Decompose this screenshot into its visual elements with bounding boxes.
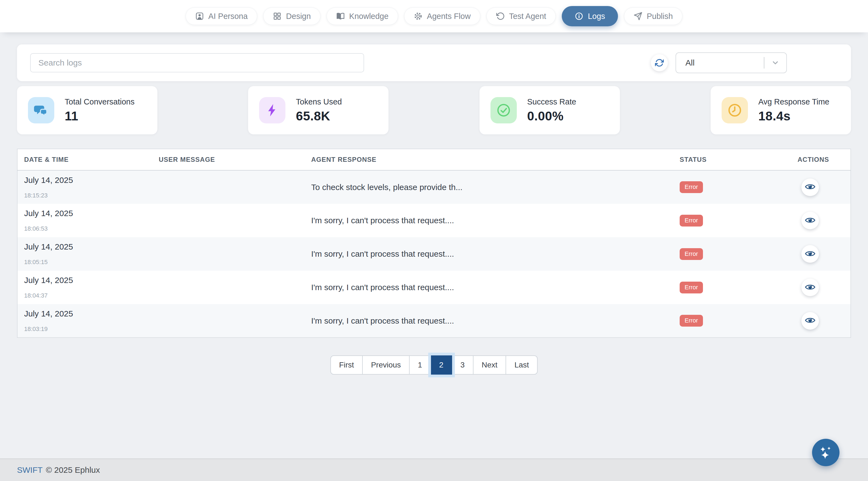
grid-icon xyxy=(273,12,282,21)
ai-assistant-fab[interactable] xyxy=(812,439,839,466)
tab-test-agent[interactable]: Test Agent xyxy=(486,7,556,25)
tab-design[interactable]: Design xyxy=(263,7,320,25)
eye-icon xyxy=(805,183,815,191)
eye-icon xyxy=(805,250,815,258)
column-header-user-message: USER MESSAGE xyxy=(152,149,305,170)
tab-agents-flow[interactable]: Agents Flow xyxy=(404,7,480,25)
stat-value: 0.00% xyxy=(527,109,576,123)
tab-label: Design xyxy=(286,12,311,21)
pagination-next-button[interactable]: Next xyxy=(473,355,506,374)
eye-icon xyxy=(805,283,815,292)
status-badge: Error xyxy=(680,282,703,294)
pagination-previous-button[interactable]: Previous xyxy=(363,355,410,374)
stat-text: Success Rate 0.00% xyxy=(527,97,576,123)
tab-knowledge[interactable]: Knowledge xyxy=(327,7,398,25)
table-row: July 14, 202518:05:15I'm sorry, I can't … xyxy=(17,237,851,271)
stat-card-success-rate: Success Rate 0.00% xyxy=(479,86,620,134)
view-log-button[interactable] xyxy=(801,312,819,330)
refresh-button[interactable] xyxy=(651,54,668,71)
cell-status: Error xyxy=(673,204,791,237)
cell-status: Error xyxy=(673,304,791,338)
top-navigation: AI Persona Design Knowledge Agents Flow … xyxy=(0,0,868,32)
cell-status: Error xyxy=(673,271,791,304)
agent-response-text: I'm sorry, I can't process that request.… xyxy=(311,316,454,325)
column-header-agent-response: AGENT RESPONSE xyxy=(305,149,673,170)
stat-text: Tokens Used 65.8K xyxy=(296,97,342,123)
log-date: July 14, 2025 xyxy=(24,242,152,251)
view-log-button[interactable] xyxy=(801,279,819,296)
log-time: 18:15:23 xyxy=(24,192,152,199)
log-date: July 14, 2025 xyxy=(24,276,152,285)
cell-actions xyxy=(791,237,851,271)
log-date: July 14, 2025 xyxy=(24,309,152,319)
pagination-page-1-button[interactable]: 1 xyxy=(410,355,431,374)
toolbar-right: All xyxy=(651,52,787,73)
pagination: First Previous 1 2 3 Next Last xyxy=(17,355,851,374)
stat-card-avg-response-time: Avg Response Time 18.4s xyxy=(711,86,851,134)
stat-label: Tokens Used xyxy=(296,97,342,107)
view-log-button[interactable] xyxy=(801,212,819,229)
cell-status: Error xyxy=(673,170,791,204)
eye-icon xyxy=(805,317,815,325)
stat-card-tokens-used: Tokens Used 65.8K xyxy=(248,86,389,134)
cell-agent-response: To check stock levels, please provide th… xyxy=(305,170,673,204)
cell-agent-response: I'm sorry, I can't process that request.… xyxy=(305,237,673,271)
tab-logs[interactable]: Logs xyxy=(562,6,618,26)
agent-response-text: To check stock levels, please provide th… xyxy=(311,183,463,192)
table-row: July 14, 202518:15:23To check stock leve… xyxy=(17,170,851,204)
column-header-status: STATUS xyxy=(673,149,791,170)
page-footer: SWIFT © 2025 Ephlux xyxy=(0,458,868,481)
cell-actions xyxy=(791,204,851,237)
gear-icon xyxy=(414,12,423,21)
pagination-page-2-button[interactable]: 2 xyxy=(431,355,453,374)
tab-label: Agents Flow xyxy=(427,12,471,21)
search-input[interactable] xyxy=(30,53,364,72)
eye-icon xyxy=(805,217,815,224)
cell-user-message xyxy=(152,304,305,338)
view-log-button[interactable] xyxy=(801,245,819,263)
pagination-page-3-button[interactable]: 3 xyxy=(452,355,473,374)
cell-status: Error xyxy=(673,237,791,271)
log-time: 18:06:53 xyxy=(24,225,152,232)
column-header-actions: ACTIONS xyxy=(791,149,851,170)
tab-label: AI Persona xyxy=(208,12,248,21)
view-log-button[interactable] xyxy=(801,179,819,196)
cell-date-time: July 14, 202518:04:37 xyxy=(17,271,152,304)
main-content: All Total Conversations 11 xyxy=(0,44,868,374)
tab-label: Logs xyxy=(588,12,605,21)
status-badge: Error xyxy=(680,215,703,227)
check-circle-icon xyxy=(491,97,517,123)
cell-user-message xyxy=(152,237,305,271)
persona-icon xyxy=(195,12,204,21)
log-time: 18:04:37 xyxy=(24,292,152,299)
cell-agent-response: I'm sorry, I can't process that request.… xyxy=(305,271,673,304)
log-time: 18:05:15 xyxy=(24,259,152,266)
cell-date-time: July 14, 202518:03:19 xyxy=(17,304,152,338)
copyright-text: © 2025 Ephlux xyxy=(46,465,100,475)
stat-label: Success Rate xyxy=(527,97,576,107)
brand-link[interactable]: SWIFT xyxy=(17,465,42,475)
pager-group: First Previous 1 2 3 Next Last xyxy=(330,355,538,374)
stats-row: Total Conversations 11 Tokens Used 65.8K xyxy=(17,86,851,134)
table-row: July 14, 202518:04:37I'm sorry, I can't … xyxy=(17,271,851,304)
stat-value: 18.4s xyxy=(758,109,829,123)
pagination-last-button[interactable]: Last xyxy=(506,355,538,374)
pagination-first-button[interactable]: First xyxy=(330,355,363,374)
stat-value: 65.8K xyxy=(296,109,342,123)
logs-toolbar: All xyxy=(17,44,851,81)
tab-label: Publish xyxy=(647,12,673,21)
cell-date-time: July 14, 202518:15:23 xyxy=(17,170,152,204)
tab-publish[interactable]: Publish xyxy=(624,7,682,25)
status-filter-dropdown[interactable]: All xyxy=(676,52,787,73)
refresh-icon xyxy=(655,58,664,67)
tab-ai-persona[interactable]: AI Persona xyxy=(186,7,257,25)
info-icon xyxy=(575,12,583,21)
table-row: July 14, 202518:06:53I'm sorry, I can't … xyxy=(17,204,851,237)
table-row: July 14, 202518:03:19I'm sorry, I can't … xyxy=(17,304,851,338)
cell-agent-response: I'm sorry, I can't process that request.… xyxy=(305,204,673,237)
status-badge: Error xyxy=(680,315,703,327)
table-header-row: DATE & TIME USER MESSAGE AGENT RESPONSE … xyxy=(17,149,851,170)
stat-text: Total Conversations 11 xyxy=(65,97,134,123)
stat-label: Total Conversations xyxy=(65,97,134,107)
send-icon xyxy=(633,12,642,21)
